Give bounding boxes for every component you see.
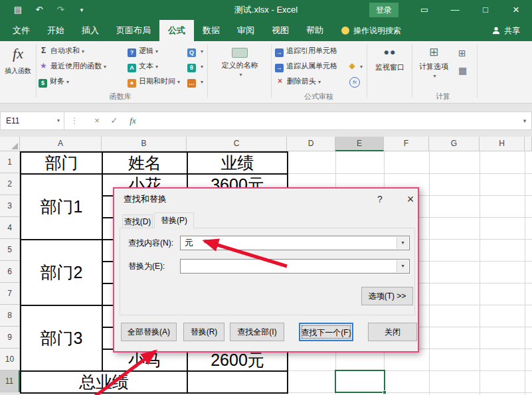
- replace-all-button[interactable]: 全部替换(A): [121, 323, 177, 341]
- find-next-button[interactable]: 查找下一个(F): [299, 323, 353, 341]
- remove-arrows-button[interactable]: ×删除箭头▾: [275, 74, 321, 88]
- lookup-reference-button[interactable]: Q▾: [187, 44, 203, 57]
- fill-handle[interactable]: [383, 390, 387, 394]
- autosum-button[interactable]: Σ自动求和▾: [39, 44, 84, 57]
- tab-help[interactable]: 帮助: [298, 20, 332, 41]
- calculate-now-button[interactable]: ⊞: [458, 46, 466, 60]
- insert-function-fx-icon[interactable]: fx: [125, 112, 141, 130]
- row-header-3[interactable]: 3: [0, 195, 20, 217]
- chevron-down-icon: ▾: [66, 79, 69, 85]
- trace-dependents-button[interactable]: →追踪从属单元格: [275, 59, 337, 72]
- logical-button[interactable]: ?逻辑▾: [128, 44, 158, 57]
- math-trig-button[interactable]: θ▾: [187, 59, 203, 72]
- trace-precedents-button[interactable]: →追踪引用单元格: [275, 44, 337, 57]
- cell-A2-merged[interactable]: 部门1: [21, 175, 103, 240]
- find-what-input[interactable]: 元 ▾: [180, 236, 410, 250]
- cell-A11-merged[interactable]: 总业绩: [21, 372, 188, 394]
- trace-precedents-icon: →: [275, 48, 284, 57]
- share-button[interactable]: 共享: [491, 20, 532, 41]
- formula-bar-expand-icon[interactable]: ▾: [517, 112, 532, 130]
- minimize-icon[interactable]: —: [444, 0, 466, 20]
- name-box[interactable]: E11 ▾: [0, 112, 64, 130]
- text-fn-button[interactable]: A文本▾: [128, 59, 158, 72]
- column-header-A[interactable]: A: [20, 137, 102, 151]
- column-header-C[interactable]: C: [187, 137, 287, 151]
- select-all-corner[interactable]: [0, 137, 20, 151]
- trace-dependents-label: 追踪从属单元格: [286, 62, 337, 70]
- evaluate-formula-button[interactable]: fx: [349, 74, 360, 88]
- column-header-F[interactable]: F: [384, 137, 429, 151]
- calculation-options-button[interactable]: ⊞ 计算选项 ▾: [414, 45, 453, 79]
- tab-page-layout[interactable]: 页面布局: [108, 20, 159, 41]
- replace-with-input[interactable]: ▾: [180, 259, 410, 274]
- column-header-B[interactable]: B: [102, 137, 187, 151]
- financial-button[interactable]: $财务▾: [39, 74, 69, 88]
- replace-with-dropdown-icon[interactable]: ▾: [397, 260, 408, 272]
- undo-icon[interactable]: ↶: [31, 0, 48, 20]
- tab-insert[interactable]: 插入: [73, 20, 108, 41]
- replace-button[interactable]: 替换(R): [183, 323, 224, 341]
- column-header-H[interactable]: H: [480, 137, 525, 151]
- login-button[interactable]: 登录: [369, 3, 399, 17]
- cell-A8-merged[interactable]: 部门3: [21, 306, 103, 372]
- tab-find[interactable]: 查找(D): [122, 214, 153, 228]
- confirm-entry-icon[interactable]: ✓: [106, 112, 122, 130]
- ribbon-display-options-icon[interactable]: ▭: [413, 0, 436, 20]
- find-all-button[interactable]: 查找全部(I): [230, 323, 284, 341]
- tab-home[interactable]: 开始: [39, 20, 73, 41]
- row-header-5[interactable]: 5: [0, 239, 20, 261]
- cell-B1[interactable]: 姓名: [103, 153, 188, 175]
- row-header-9[interactable]: 9: [0, 327, 20, 349]
- options-button[interactable]: 选项(T) >>: [361, 287, 413, 305]
- recently-used-button[interactable]: ★最近使用的函数▾: [39, 59, 106, 72]
- row-header-10[interactable]: 10: [0, 349, 20, 370]
- row-header-4[interactable]: 4: [0, 217, 20, 239]
- column-header-D[interactable]: D: [287, 137, 335, 151]
- quick-access-dropdown-icon[interactable]: ▾: [74, 0, 89, 20]
- close-icon[interactable]: ×: [505, 0, 527, 20]
- share-label: 共享: [504, 20, 520, 41]
- row-header-2[interactable]: 2: [0, 173, 20, 195]
- error-checking-button[interactable]: ◆▾: [348, 59, 363, 72]
- datetime-button[interactable]: ●日期和时间▾: [128, 74, 180, 88]
- insert-function-button[interactable]: fx 插入函数: [1, 45, 35, 76]
- active-cell-E11[interactable]: [335, 370, 385, 393]
- row-header-6[interactable]: 6: [0, 261, 20, 283]
- cell-C10[interactable]: 2600元: [188, 350, 288, 372]
- cancel-entry-icon[interactable]: ×: [89, 112, 105, 130]
- row-header-8[interactable]: 8: [0, 305, 20, 327]
- cell-C1[interactable]: 业绩: [188, 153, 288, 175]
- dialog-close-icon[interactable]: ×: [401, 191, 420, 207]
- tab-file[interactable]: 文件: [4, 20, 39, 41]
- redo-icon[interactable]: ↷: [52, 0, 69, 20]
- cell-A1[interactable]: 部门: [21, 153, 103, 175]
- find-what-dropdown-icon[interactable]: ▾: [397, 237, 408, 249]
- column-header-G[interactable]: G: [429, 137, 480, 151]
- row-header-7[interactable]: 7: [0, 283, 20, 305]
- maximize-icon[interactable]: □: [474, 0, 497, 20]
- name-box-dropdown-icon[interactable]: ▾: [57, 112, 60, 129]
- column-header-E[interactable]: E: [335, 137, 384, 151]
- row-header-11[interactable]: 11: [0, 370, 20, 392]
- save-icon[interactable]: ▤: [9, 0, 27, 20]
- tab-review[interactable]: 审阅: [228, 20, 263, 41]
- tell-me-search[interactable]: 操作说明搜索: [353, 20, 401, 41]
- find-what-label: 查找内容(N):: [128, 238, 173, 249]
- close-button[interactable]: 关闭: [368, 323, 417, 341]
- row-header-1[interactable]: 1: [0, 151, 20, 173]
- tab-data[interactable]: 数据: [194, 20, 228, 41]
- calculate-sheet-button[interactable]: ▦: [458, 64, 467, 77]
- tab-view[interactable]: 视图: [263, 20, 298, 41]
- cell-A5-merged[interactable]: 部门2: [21, 240, 103, 306]
- defined-names-button[interactable]: 定义的名称 ▾: [211, 46, 268, 78]
- cell-B10[interactable]: 小马: [103, 350, 188, 372]
- cell-C11[interactable]: [188, 372, 288, 394]
- chevron-down-icon: ▾: [104, 64, 106, 70]
- more-functions-button[interactable]: …▾: [187, 74, 203, 88]
- chevron-down-icon: ▾: [201, 79, 203, 85]
- tab-formulas[interactable]: 公式: [159, 20, 194, 41]
- function-library-group-label: 函数库: [39, 92, 202, 102]
- dialog-help-icon[interactable]: ?: [371, 191, 389, 207]
- watch-window-button[interactable]: ●● 监视窗口: [371, 46, 409, 72]
- tab-replace[interactable]: 替换(P): [154, 212, 194, 228]
